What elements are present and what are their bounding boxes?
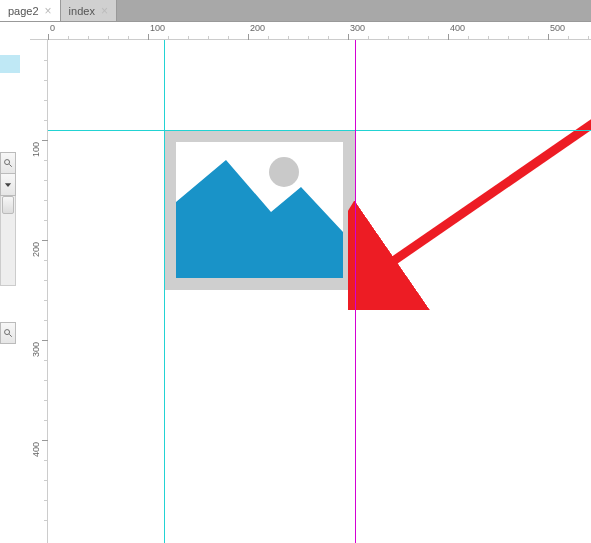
close-icon[interactable]: × <box>101 5 108 17</box>
svg-marker-2 <box>5 183 11 187</box>
tab-label: index <box>69 5 95 17</box>
scrollbar-track[interactable] <box>0 196 16 286</box>
dropdown-icon <box>3 180 13 190</box>
scrollbar-thumb[interactable] <box>2 196 14 214</box>
workspace: 0100200300400500 100200300400 <box>0 22 591 543</box>
annotation-arrow <box>348 110 591 310</box>
search-button[interactable] <box>0 322 16 344</box>
tab-bar: page2 × index × <box>0 0 591 22</box>
dropdown-button[interactable] <box>0 174 16 196</box>
ruler-marker <box>0 55 20 73</box>
svg-point-5 <box>269 157 299 187</box>
ruler-horizontal[interactable]: 0100200300400500 <box>30 22 591 40</box>
image-placeholder[interactable] <box>164 130 355 290</box>
tool-panel <box>0 152 16 286</box>
tab-index[interactable]: index × <box>61 0 117 21</box>
search-icon <box>3 158 13 168</box>
guide-vertical[interactable] <box>164 40 165 543</box>
svg-line-4 <box>9 334 12 337</box>
svg-marker-6 <box>176 160 343 278</box>
guide-vertical[interactable] <box>355 40 356 543</box>
tool-panel-lower <box>0 322 16 344</box>
svg-line-1 <box>9 164 12 167</box>
ruler-vertical[interactable]: 100200300400 <box>30 40 48 543</box>
left-sidebar <box>0 22 30 543</box>
image-placeholder-inner <box>176 142 343 278</box>
svg-line-8 <box>373 120 591 275</box>
tab-label: page2 <box>8 5 39 17</box>
tab-page2[interactable]: page2 × <box>0 0 61 21</box>
search-button[interactable] <box>0 152 16 174</box>
placeholder-graphic <box>176 142 343 278</box>
search-icon <box>3 328 13 338</box>
guide-horizontal[interactable] <box>48 130 591 131</box>
svg-point-0 <box>5 160 10 165</box>
canvas[interactable] <box>48 40 591 543</box>
close-icon[interactable]: × <box>45 5 52 17</box>
svg-point-3 <box>5 330 10 335</box>
